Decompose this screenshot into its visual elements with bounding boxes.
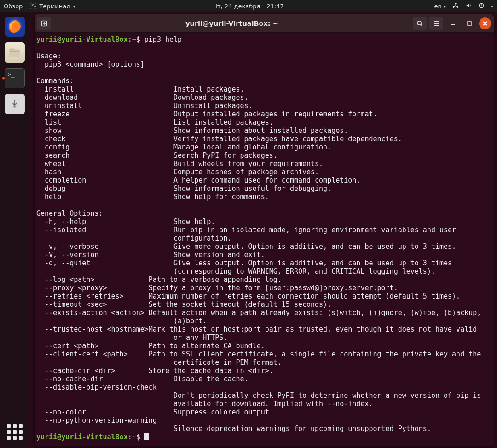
gnome-topbar: Обзор Терминал ▾ Чт, 24 декабря 21:47 en… [0, 0, 497, 12]
activities-button[interactable]: Обзор [4, 3, 23, 10]
svg-rect-6 [9, 49, 15, 51]
show-applications-button[interactable] [7, 424, 23, 440]
minimize-button[interactable] [446, 17, 460, 30]
terminal-window: yurii@yurii-VirtualBox: ~ yurii@yurii-Vi… [34, 14, 494, 446]
terminal-icon [30, 3, 36, 9]
launcher-dock [0, 12, 29, 448]
terminal-launcher[interactable] [5, 68, 25, 88]
app-menu-label: Терминал [39, 3, 70, 10]
input-language[interactable]: en ▾ [434, 3, 446, 10]
svg-point-0 [455, 2, 457, 4]
system-menu-chevron-icon[interactable]: ▾ [491, 4, 493, 9]
topbar-time[interactable]: 21:47 [266, 3, 283, 10]
chevron-down-icon: ▾ [73, 4, 75, 9]
maximize-button[interactable] [462, 17, 476, 30]
window-title: yurii@yurii-VirtualBox: ~ [54, 20, 410, 27]
running-indicator-icon [2, 77, 5, 80]
window-titlebar[interactable]: yurii@yurii-VirtualBox: ~ [35, 14, 494, 33]
chevron-down-icon: ▾ [444, 4, 446, 9]
new-tab-button[interactable] [37, 17, 51, 30]
usb-device-launcher[interactable] [5, 94, 25, 114]
hamburger-menu-button[interactable] [429, 17, 443, 30]
terminal-output[interactable]: yurii@yurii-VirtualBox:~$ pip3 help Usag… [35, 33, 494, 446]
svg-point-9 [417, 21, 421, 24]
firefox-launcher[interactable] [5, 17, 25, 37]
network-icon[interactable] [452, 2, 459, 10]
files-launcher[interactable] [5, 42, 25, 63]
app-menu[interactable]: Терминал ▾ [30, 3, 75, 10]
close-button[interactable] [479, 17, 491, 29]
svg-rect-7 [10, 51, 19, 52]
svg-rect-10 [468, 22, 471, 25]
topbar-date[interactable]: Чт, 24 декабря [213, 3, 260, 10]
volume-icon[interactable] [465, 2, 472, 10]
power-icon[interactable] [478, 2, 485, 10]
search-button[interactable] [413, 17, 427, 30]
